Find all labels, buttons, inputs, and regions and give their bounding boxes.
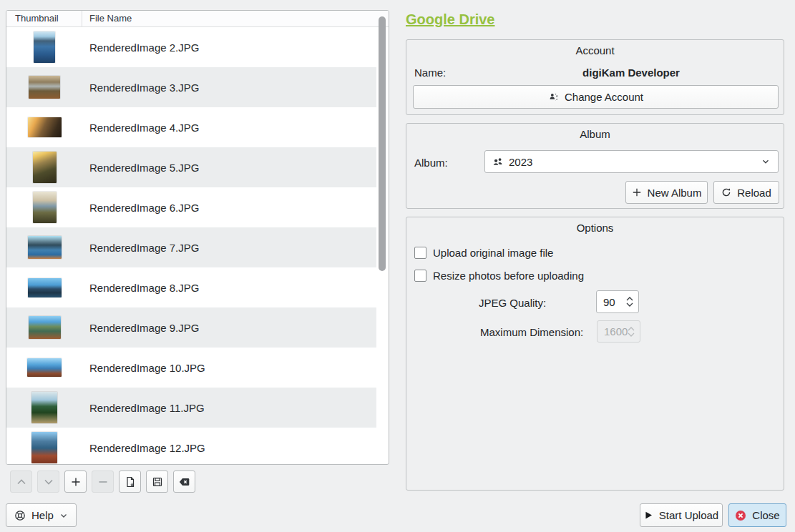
- max-dimension-spinbox: 1600: [597, 320, 640, 343]
- thumbnail: [29, 316, 61, 339]
- start-upload-label: Start Upload: [659, 509, 718, 521]
- file-name: RenderedImage 10.JPG: [82, 362, 376, 374]
- file-name: RenderedImage 11.JPG: [82, 402, 376, 414]
- thumbnail: [28, 117, 62, 137]
- clear-list-button[interactable]: [173, 471, 195, 493]
- chevron-down-icon: [761, 157, 771, 167]
- max-dimension-value: 1600: [604, 325, 628, 338]
- file-name: RenderedImage 7.JPG: [82, 242, 376, 254]
- play-icon: [644, 511, 653, 520]
- scrollbar-thumb[interactable]: [379, 16, 386, 271]
- document-icon: [125, 476, 136, 488]
- list-item[interactable]: RenderedImage 7.JPG: [6, 227, 376, 267]
- thumbnail: [28, 278, 62, 297]
- thumbnail: [31, 392, 57, 423]
- file-name: RenderedImage 6.JPG: [82, 202, 376, 214]
- upload-original-label: Upload original image file: [433, 247, 553, 259]
- chevron-down-icon: [43, 476, 54, 488]
- reload-icon: [721, 187, 731, 197]
- list-item[interactable]: RenderedImage 9.JPG: [6, 307, 376, 348]
- spin-up-icon: [628, 327, 635, 331]
- album-label: Album:: [414, 157, 448, 169]
- album-select[interactable]: 2023: [484, 150, 779, 173]
- account-group: Account Name: digiKam Developer Change A…: [406, 39, 784, 115]
- thumbnail: [33, 152, 57, 183]
- list-item[interactable]: RenderedImage 4.JPG: [6, 107, 376, 147]
- remove-images-button: [92, 471, 114, 493]
- file-list-header: Thumbnail File Name: [6, 11, 389, 27]
- account-name-value: digiKam Developer: [484, 66, 779, 79]
- max-dimension-label: Maximum Dimension:: [480, 326, 583, 338]
- thumbnail: [28, 236, 62, 259]
- resize-photos-label: Resize photos before uploading: [433, 270, 584, 282]
- thumbnail: [34, 31, 55, 63]
- list-item[interactable]: RenderedImage 5.JPG: [6, 147, 376, 187]
- switch-user-icon: [548, 92, 559, 102]
- plus-icon: [70, 476, 82, 488]
- change-account-button[interactable]: Change Account: [413, 85, 779, 109]
- floppy-disk-icon: [152, 476, 163, 488]
- file-name: RenderedImage 9.JPG: [82, 322, 376, 334]
- start-upload-button[interactable]: Start Upload: [640, 503, 723, 527]
- jpeg-quality-spinbox[interactable]: 90: [596, 290, 639, 313]
- jpeg-quality-value: 90: [603, 296, 626, 308]
- thumbnail: [31, 432, 57, 463]
- album-group: Album Album: 2023 New Album Reload: [406, 123, 784, 209]
- list-item[interactable]: RenderedImage 8.JPG: [6, 267, 376, 307]
- jpeg-quality-label: JPEG Quality:: [479, 297, 546, 309]
- column-header-filename[interactable]: File Name: [82, 11, 389, 26]
- close-label: Close: [752, 509, 779, 521]
- help-button[interactable]: Help: [6, 503, 77, 527]
- list-item[interactable]: RenderedImage 6.JPG: [6, 187, 376, 227]
- file-name: RenderedImage 8.JPG: [82, 282, 376, 294]
- add-images-button[interactable]: [64, 471, 87, 493]
- file-name: RenderedImage 5.JPG: [82, 162, 376, 174]
- spin-down-icon: [628, 332, 635, 337]
- column-header-thumbnail[interactable]: Thumbnail: [6, 11, 82, 26]
- thumbnail: [29, 76, 60, 99]
- list-item[interactable]: RenderedImage 3.JPG: [6, 67, 376, 107]
- upload-original-checkbox[interactable]: [414, 247, 426, 259]
- minus-icon: [97, 476, 109, 488]
- list-item[interactable]: RenderedImage 11.JPG: [6, 388, 376, 428]
- thumbnail: [27, 358, 62, 377]
- export-dialog: Thumbnail File Name RenderedImage 2.JPG …: [0, 0, 795, 532]
- backspace-icon: [178, 476, 190, 488]
- file-name: RenderedImage 3.JPG: [82, 82, 376, 94]
- upload-original-checkbox-row[interactable]: Upload original image file: [414, 247, 553, 259]
- file-name: RenderedImage 12.JPG: [82, 442, 376, 454]
- thumbnail: [33, 192, 57, 223]
- file-list: Thumbnail File Name RenderedImage 2.JPG …: [6, 10, 389, 465]
- move-down-button: [37, 471, 59, 493]
- chevron-down-icon: [59, 511, 68, 520]
- service-title[interactable]: Google Drive: [406, 11, 494, 28]
- help-button-label: Help: [31, 509, 54, 521]
- list-item[interactable]: RenderedImage 2.JPG: [6, 27, 376, 67]
- file-list-rows: RenderedImage 2.JPG RenderedImage 3.JPG …: [6, 27, 376, 465]
- save-list-button[interactable]: [146, 471, 168, 493]
- plus-icon: [632, 187, 642, 197]
- reload-label: Reload: [737, 187, 771, 199]
- file-name: RenderedImage 2.JPG: [82, 41, 376, 54]
- spin-down-icon[interactable]: [626, 302, 633, 307]
- album-selected-value: 2023: [509, 156, 532, 168]
- spin-up-icon[interactable]: [626, 297, 633, 301]
- resize-photos-checkbox-row[interactable]: Resize photos before uploading: [414, 270, 584, 282]
- new-album-button[interactable]: New Album: [625, 181, 708, 204]
- people-icon: [492, 157, 503, 167]
- change-account-label: Change Account: [565, 91, 643, 103]
- help-buoy-icon: [14, 510, 26, 521]
- resize-photos-checkbox[interactable]: [414, 270, 426, 282]
- chevron-up-icon: [16, 476, 27, 488]
- name-label: Name:: [414, 66, 446, 79]
- list-item[interactable]: RenderedImage 10.JPG: [6, 348, 376, 388]
- load-list-button[interactable]: [119, 471, 141, 493]
- list-item[interactable]: RenderedImage 12.JPG: [6, 428, 376, 465]
- reload-button[interactable]: Reload: [713, 181, 779, 204]
- file-name: RenderedImage 4.JPG: [82, 122, 376, 134]
- close-button[interactable]: Close: [728, 503, 786, 527]
- album-group-title: Album: [406, 128, 784, 140]
- account-group-title: Account: [406, 44, 784, 56]
- options-group-title: Options: [406, 222, 784, 234]
- new-album-label: New Album: [648, 187, 702, 199]
